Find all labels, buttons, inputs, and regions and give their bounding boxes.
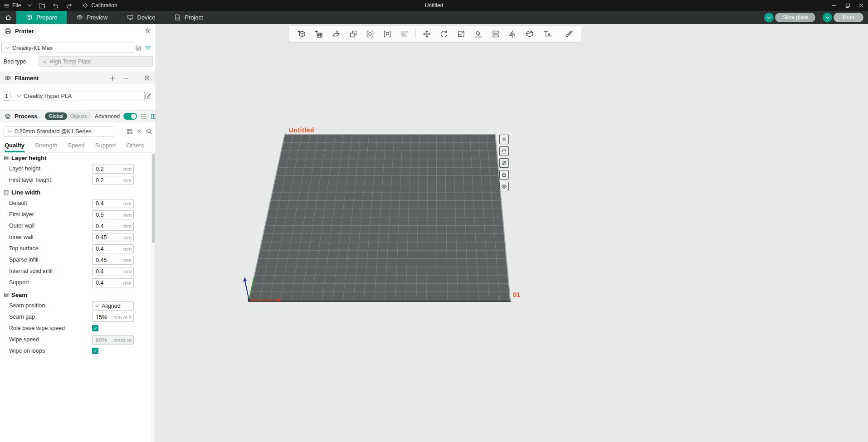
param-input[interactable]: 0.4mm (92, 199, 134, 208)
open-file-button[interactable] (39, 3, 45, 9)
plate-visibility-icon[interactable] (499, 182, 509, 191)
lay-flat-icon[interactable] (470, 26, 487, 42)
printer-select[interactable]: Creality-K1 Max (1, 43, 134, 53)
clone-icon[interactable] (345, 26, 362, 42)
tab-strength[interactable]: Strength (35, 142, 57, 152)
arrange-icon[interactable] (396, 26, 413, 42)
tab-project[interactable]: Project (165, 11, 212, 24)
build-plate[interactable] (156, 24, 868, 442)
slice-dropdown-button[interactable] (764, 13, 774, 22)
add-plate-icon[interactable] (310, 26, 327, 42)
param-unit: mm (123, 280, 132, 286)
split-icon[interactable] (487, 26, 504, 42)
param-select[interactable]: Aligned (92, 301, 134, 311)
slice-plate-button[interactable]: Slice plate (775, 13, 816, 22)
home-button[interactable] (0, 11, 16, 24)
tab-label: Device (137, 14, 156, 21)
add-filament-icon[interactable] (110, 75, 116, 81)
measure-icon[interactable] (561, 26, 578, 42)
calibration-button[interactable]: Calibration (82, 2, 117, 9)
tab-device[interactable]: Device (117, 11, 165, 24)
param-label: First layer (9, 211, 34, 218)
param-checkbox[interactable]: ✓ (92, 325, 98, 331)
tab-others[interactable]: Others (126, 142, 144, 152)
tab-prepare[interactable]: Prepare (16, 11, 67, 24)
param-list-icon[interactable] (141, 113, 147, 120)
param-input[interactable]: 0.4mm (92, 222, 134, 231)
orient-plate-icon[interactable] (499, 146, 509, 156)
param-unit: mm (123, 212, 132, 218)
file-menu-button[interactable]: File (4, 2, 21, 9)
param-input[interactable]: 0.4mm (92, 278, 134, 287)
scope-global-button[interactable]: Global (45, 112, 68, 120)
param-input[interactable]: 0.45mm (92, 233, 134, 242)
mirror-icon[interactable] (504, 26, 522, 42)
filament-select[interactable]: Creality Hyper PLA (13, 91, 145, 101)
rotate-icon[interactable] (435, 26, 453, 42)
param-input: 80%mm/s or % (92, 335, 134, 345)
maximize-button[interactable] (841, 0, 854, 11)
param-input[interactable]: 15%mm or % (92, 313, 134, 322)
save-preset-icon[interactable] (127, 128, 133, 135)
plate-tools (499, 135, 509, 191)
undo-button[interactable] (52, 3, 59, 9)
tab-quality[interactable]: Quality (5, 142, 24, 152)
param-row: Default0.4mm (0, 198, 156, 209)
redo-button[interactable] (66, 3, 73, 9)
print-button[interactable]: Print (834, 13, 863, 22)
scrollbar-track[interactable] (151, 152, 156, 442)
param-row: Layer height0.2mm (0, 164, 156, 175)
scrollbar-thumb[interactable] (152, 154, 155, 243)
scale-icon[interactable] (453, 26, 470, 42)
close-button[interactable] (854, 0, 868, 11)
remove-filament-icon[interactable] (123, 75, 129, 81)
param-unit: mm/s or % (113, 337, 132, 343)
param-label: Inner wall (9, 234, 34, 240)
plate-settings-icon[interactable] (499, 158, 509, 168)
cut-icon[interactable] (521, 26, 538, 42)
param-checkbox[interactable]: ✓ (92, 348, 98, 354)
bed-type-select[interactable]: High Temp Plate (39, 56, 153, 67)
process-icon (5, 113, 11, 120)
viewport-3d[interactable]: Untitled 01 (156, 24, 868, 442)
param-row: Internal solid infill0.4mm (0, 266, 156, 277)
clear-preset-icon[interactable] (137, 129, 142, 134)
lock-plate-icon[interactable] (499, 170, 509, 180)
param-input[interactable]: 0.5mm (92, 210, 134, 219)
copy-icon[interactable] (362, 26, 379, 42)
add-model-icon[interactable] (293, 26, 310, 42)
printer-settings-gear-icon[interactable] (145, 28, 151, 34)
param-input[interactable]: 0.45mm (92, 256, 134, 265)
filament-settings-gear-icon[interactable] (144, 75, 150, 81)
move-icon[interactable] (418, 26, 435, 42)
param-input[interactable]: 0.4mm (92, 244, 134, 253)
minimize-button[interactable] (827, 0, 841, 11)
delete-plate-icon[interactable] (499, 135, 509, 144)
tab-speed[interactable]: Speed (68, 142, 85, 152)
file-menu-caret[interactable] (28, 4, 32, 7)
param-input[interactable]: 0.4mm (92, 267, 134, 276)
print-dropdown-button[interactable] (823, 13, 832, 22)
paste-icon[interactable] (379, 26, 396, 42)
tab-preview[interactable]: Preview (67, 11, 117, 24)
file-menu-label: File (12, 2, 21, 9)
process-preset-select[interactable]: 0.20mm Standard @K1 Series (4, 126, 115, 136)
prepare-icon (26, 14, 33, 21)
lay-on-face-icon[interactable] (327, 26, 345, 42)
edit-printer-icon[interactable] (135, 45, 141, 51)
tab-support[interactable]: Support (95, 142, 116, 152)
wifi-icon[interactable] (145, 45, 151, 50)
search-icon[interactable] (146, 128, 152, 134)
process-title: Process (15, 113, 38, 120)
text-icon[interactable] (538, 26, 556, 42)
param-input[interactable]: 0.2mm (92, 176, 134, 185)
param-input[interactable]: 0.2mm (92, 165, 134, 174)
param-value: 0.4 (96, 268, 103, 275)
process-preset: 0.20mm Standard @K1 Series (15, 128, 92, 135)
filament-slot-number[interactable]: 1 (3, 92, 10, 101)
scope-objects-button[interactable]: Objects (64, 112, 91, 120)
viewport-toolbar (289, 25, 582, 42)
advanced-toggle[interactable] (123, 113, 137, 120)
param-label: Sparse infill (9, 257, 39, 263)
edit-filament-icon[interactable] (145, 93, 153, 99)
